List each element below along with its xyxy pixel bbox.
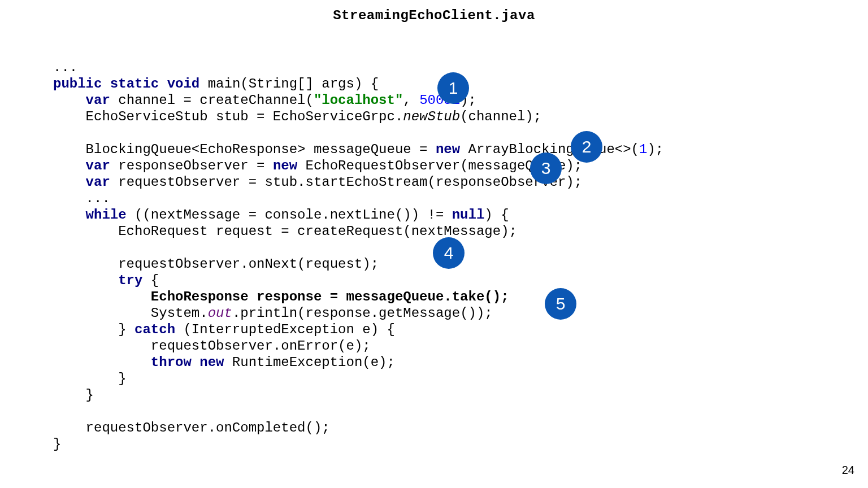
code-text: EchoRequest request = createRequest(next… — [53, 224, 517, 239]
keyword-var: var — [86, 158, 110, 173]
keyword-var: var — [86, 175, 110, 190]
keyword-new: new — [199, 355, 224, 370]
code-text: } — [53, 387, 94, 403]
code-text: { — [142, 273, 159, 288]
string-literal: "localhost" — [314, 93, 403, 108]
code-text: requestObserver.onError(e); — [53, 338, 371, 354]
keyword-public: public — [53, 76, 102, 91]
code-text: main(String[] args) { — [199, 76, 379, 91]
page-number: 24 — [842, 464, 854, 477]
annotation-marker-5: 5 — [545, 288, 576, 320]
method-italic: newStub — [403, 109, 460, 124]
keyword-var: var — [86, 93, 110, 108]
keyword-try: try — [118, 273, 142, 288]
code-block: ... public static void main(String[] arg… — [53, 43, 663, 452]
keyword-catch: catch — [134, 322, 175, 337]
annotation-marker-4: 4 — [433, 237, 465, 269]
code-text: ... — [53, 60, 77, 75]
keyword-null: null — [452, 207, 485, 223]
code-text: } — [53, 322, 134, 337]
code-text: ... — [53, 191, 110, 206]
slide-title: StreamingEchoClient.java — [0, 0, 868, 23]
keyword-while: while — [86, 207, 127, 223]
code-text: (channel); — [460, 109, 541, 124]
code-text: RuntimeException(e); — [224, 355, 394, 370]
code-text: ((nextMessage = console.nextLine()) != — [127, 207, 452, 223]
keyword-new: new — [273, 158, 297, 173]
keyword-new: new — [436, 142, 460, 157]
keyword-static: static — [110, 76, 159, 91]
highlighted-line: EchoResponse response = messageQueue.tak… — [151, 289, 509, 304]
code-text: ) { — [484, 207, 509, 223]
code-text: responseObserver = — [110, 158, 273, 173]
code-text: requestObserver = stub.startEchoStream(r… — [110, 175, 582, 190]
code-text: , — [403, 93, 419, 108]
annotation-marker-3: 3 — [530, 152, 562, 184]
code-text: .println(response.getMessage()); — [232, 306, 493, 321]
code-text: requestObserver.onCompleted(); — [53, 420, 330, 435]
annotation-marker-1: 1 — [437, 72, 469, 104]
annotation-marker-2: 2 — [571, 131, 602, 163]
code-text: } — [53, 437, 61, 452]
code-text: } — [53, 371, 127, 386]
code-text: channel = createChannel( — [110, 93, 314, 108]
code-text: requestObserver.onNext(request); — [53, 256, 379, 272]
number-literal: 1 — [639, 142, 647, 157]
keyword-void: void — [167, 76, 200, 91]
field-out: out — [208, 306, 232, 321]
code-text: EchoServiceStub stub = EchoServiceGrpc. — [53, 109, 403, 124]
keyword-throw: throw — [151, 355, 192, 370]
code-text: System. — [53, 306, 208, 321]
code-text: ); — [647, 142, 663, 157]
code-text: BlockingQueue<EchoResponse> messageQueue… — [53, 142, 436, 157]
code-text: (InterruptedException e) { — [175, 322, 395, 337]
